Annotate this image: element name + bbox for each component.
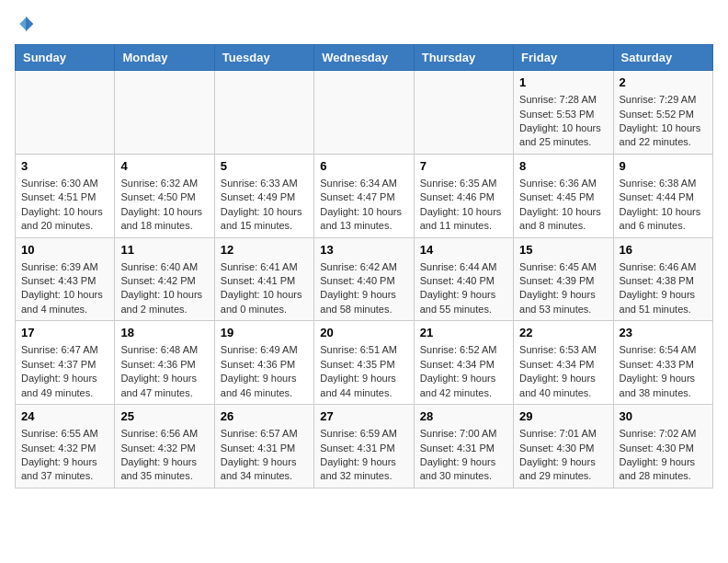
calendar-day-cell: 14Sunrise: 6:44 AM Sunset: 4:40 PM Dayli…: [414, 237, 513, 321]
day-info: Sunrise: 6:36 AM Sunset: 4:45 PM Dayligh…: [519, 177, 607, 234]
calendar-day-cell: 12Sunrise: 6:41 AM Sunset: 4:41 PM Dayli…: [214, 237, 313, 321]
weekday-thursday: Thursday: [414, 45, 513, 71]
day-info: Sunrise: 6:30 AM Sunset: 4:51 PM Dayligh…: [21, 177, 108, 234]
day-number: 20: [320, 325, 407, 341]
day-number: 9: [620, 158, 707, 175]
calendar-day-cell: 11Sunrise: 6:40 AM Sunset: 4:42 PM Dayli…: [115, 237, 214, 321]
weekday-tuesday: Tuesday: [214, 45, 313, 71]
calendar-week-row: 10Sunrise: 6:39 AM Sunset: 4:43 PM Dayli…: [16, 237, 713, 321]
calendar-day-cell: [214, 71, 313, 155]
day-number: 12: [221, 242, 308, 259]
day-number: 1: [519, 75, 607, 91]
day-number: 13: [320, 242, 407, 259]
calendar-day-cell: 15Sunrise: 6:45 AM Sunset: 4:39 PM Dayli…: [514, 237, 613, 321]
day-number: 5: [221, 158, 308, 175]
day-info: Sunrise: 6:56 AM Sunset: 4:32 PM Dayligh…: [120, 427, 208, 484]
calendar-day-cell: 3Sunrise: 6:30 AM Sunset: 4:51 PM Daylig…: [16, 154, 115, 237]
calendar-day-cell: 28Sunrise: 7:00 AM Sunset: 4:31 PM Dayli…: [414, 405, 513, 488]
day-info: Sunrise: 6:59 AM Sunset: 4:31 PM Dayligh…: [320, 427, 407, 484]
calendar-day-cell: [16, 71, 115, 155]
day-number: 16: [620, 242, 707, 259]
day-number: 15: [519, 242, 607, 259]
calendar-day-cell: 19Sunrise: 6:49 AM Sunset: 4:36 PM Dayli…: [214, 321, 313, 405]
day-number: 11: [120, 242, 208, 259]
day-number: 3: [21, 158, 108, 175]
calendar-day-cell: 16Sunrise: 6:46 AM Sunset: 4:38 PM Dayli…: [613, 237, 712, 321]
calendar-week-row: 17Sunrise: 6:47 AM Sunset: 4:37 PM Dayli…: [16, 321, 713, 405]
weekday-friday: Friday: [514, 45, 613, 71]
logo: [15, 15, 35, 33]
day-info: Sunrise: 7:29 AM Sunset: 5:52 PM Dayligh…: [620, 93, 707, 150]
svg-marker-0: [26, 17, 33, 32]
day-info: Sunrise: 6:47 AM Sunset: 4:37 PM Dayligh…: [21, 343, 108, 400]
day-info: Sunrise: 6:45 AM Sunset: 4:39 PM Dayligh…: [519, 260, 607, 317]
calendar-day-cell: 22Sunrise: 6:53 AM Sunset: 4:34 PM Dayli…: [514, 321, 613, 405]
day-info: Sunrise: 6:42 AM Sunset: 4:40 PM Dayligh…: [320, 260, 407, 317]
day-number: 21: [420, 325, 507, 341]
calendar-day-cell: [314, 71, 414, 155]
day-info: Sunrise: 6:33 AM Sunset: 4:49 PM Dayligh…: [221, 177, 308, 234]
calendar-day-cell: 17Sunrise: 6:47 AM Sunset: 4:37 PM Dayli…: [16, 321, 115, 405]
day-number: 30: [620, 408, 707, 425]
day-info: Sunrise: 6:38 AM Sunset: 4:44 PM Dayligh…: [620, 177, 707, 234]
calendar-week-row: 24Sunrise: 6:55 AM Sunset: 4:32 PM Dayli…: [16, 405, 713, 488]
day-number: 19: [221, 325, 308, 341]
day-info: Sunrise: 6:51 AM Sunset: 4:35 PM Dayligh…: [320, 343, 407, 400]
calendar-day-cell: [115, 71, 214, 155]
day-info: Sunrise: 6:35 AM Sunset: 4:46 PM Dayligh…: [420, 177, 507, 234]
calendar-day-cell: 20Sunrise: 6:51 AM Sunset: 4:35 PM Dayli…: [314, 321, 414, 405]
calendar-day-cell: 23Sunrise: 6:54 AM Sunset: 4:33 PM Dayli…: [613, 321, 712, 405]
calendar-header: SundayMondayTuesdayWednesdayThursdayFrid…: [16, 45, 713, 71]
svg-marker-1: [19, 17, 26, 29]
day-number: 14: [420, 242, 507, 259]
day-info: Sunrise: 6:46 AM Sunset: 4:38 PM Dayligh…: [620, 260, 707, 317]
day-number: 25: [120, 408, 208, 425]
calendar-table: SundayMondayTuesdayWednesdayThursdayFrid…: [15, 44, 713, 488]
calendar-day-cell: 27Sunrise: 6:59 AM Sunset: 4:31 PM Dayli…: [314, 405, 414, 488]
day-number: 28: [420, 408, 507, 425]
calendar-day-cell: 21Sunrise: 6:52 AM Sunset: 4:34 PM Dayli…: [414, 321, 513, 405]
weekday-saturday: Saturday: [613, 45, 712, 71]
day-number: 24: [21, 408, 108, 425]
day-number: 4: [120, 158, 208, 175]
day-number: 8: [519, 158, 607, 175]
day-info: Sunrise: 6:52 AM Sunset: 4:34 PM Dayligh…: [420, 343, 507, 400]
calendar-body: 1Sunrise: 7:28 AM Sunset: 5:53 PM Daylig…: [16, 71, 713, 488]
weekday-header-row: SundayMondayTuesdayWednesdayThursdayFrid…: [16, 45, 713, 71]
calendar-day-cell: 4Sunrise: 6:32 AM Sunset: 4:50 PM Daylig…: [115, 154, 214, 237]
calendar-day-cell: 13Sunrise: 6:42 AM Sunset: 4:40 PM Dayli…: [314, 237, 414, 321]
day-number: 27: [320, 408, 407, 425]
day-number: 29: [519, 408, 607, 425]
calendar-day-cell: 6Sunrise: 6:34 AM Sunset: 4:47 PM Daylig…: [314, 154, 414, 237]
calendar-day-cell: 25Sunrise: 6:56 AM Sunset: 4:32 PM Dayli…: [115, 405, 214, 488]
day-info: Sunrise: 6:53 AM Sunset: 4:34 PM Dayligh…: [519, 343, 607, 400]
logo-icon: [17, 15, 35, 33]
calendar-day-cell: 26Sunrise: 6:57 AM Sunset: 4:31 PM Dayli…: [214, 405, 313, 488]
day-info: Sunrise: 7:00 AM Sunset: 4:31 PM Dayligh…: [420, 427, 507, 484]
page-header: [15, 15, 713, 33]
day-info: Sunrise: 6:39 AM Sunset: 4:43 PM Dayligh…: [21, 260, 108, 317]
day-info: Sunrise: 6:57 AM Sunset: 4:31 PM Dayligh…: [221, 427, 308, 484]
day-number: 10: [21, 242, 108, 259]
day-number: 23: [620, 325, 707, 341]
calendar-day-cell: 9Sunrise: 6:38 AM Sunset: 4:44 PM Daylig…: [613, 154, 712, 237]
day-info: Sunrise: 7:28 AM Sunset: 5:53 PM Dayligh…: [519, 93, 607, 150]
calendar-day-cell: 5Sunrise: 6:33 AM Sunset: 4:49 PM Daylig…: [214, 154, 313, 237]
day-info: Sunrise: 6:55 AM Sunset: 4:32 PM Dayligh…: [21, 427, 108, 484]
day-info: Sunrise: 7:01 AM Sunset: 4:30 PM Dayligh…: [519, 427, 607, 484]
day-info: Sunrise: 6:32 AM Sunset: 4:50 PM Dayligh…: [120, 177, 208, 234]
day-info: Sunrise: 6:49 AM Sunset: 4:36 PM Dayligh…: [221, 343, 308, 400]
calendar-day-cell: 2Sunrise: 7:29 AM Sunset: 5:52 PM Daylig…: [613, 71, 712, 155]
calendar-day-cell: 1Sunrise: 7:28 AM Sunset: 5:53 PM Daylig…: [514, 71, 613, 155]
day-number: 22: [519, 325, 607, 341]
weekday-sunday: Sunday: [16, 45, 115, 71]
calendar-day-cell: 24Sunrise: 6:55 AM Sunset: 4:32 PM Dayli…: [16, 405, 115, 488]
calendar-day-cell: 18Sunrise: 6:48 AM Sunset: 4:36 PM Dayli…: [115, 321, 214, 405]
day-info: Sunrise: 6:54 AM Sunset: 4:33 PM Dayligh…: [620, 343, 707, 400]
day-info: Sunrise: 6:41 AM Sunset: 4:41 PM Dayligh…: [221, 260, 308, 317]
day-number: 7: [420, 158, 507, 175]
calendar-day-cell: 7Sunrise: 6:35 AM Sunset: 4:46 PM Daylig…: [414, 154, 513, 237]
day-number: 26: [221, 408, 308, 425]
calendar-day-cell: 8Sunrise: 6:36 AM Sunset: 4:45 PM Daylig…: [514, 154, 613, 237]
calendar-week-row: 1Sunrise: 7:28 AM Sunset: 5:53 PM Daylig…: [16, 71, 713, 155]
